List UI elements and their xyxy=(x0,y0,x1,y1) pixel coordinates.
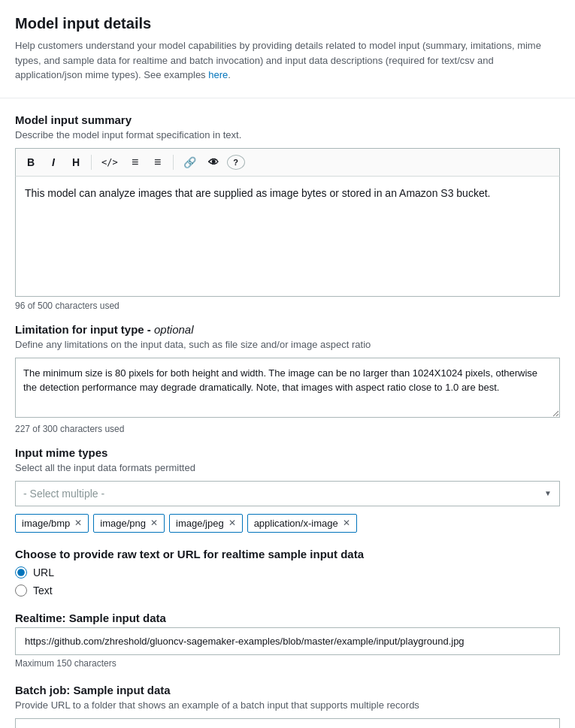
tag-application-x-image: application/x-image ✕ xyxy=(247,514,357,533)
remove-tag-image-bmp[interactable]: ✕ xyxy=(74,518,82,527)
batch-sample-value[interactable]: https://github.com/zhreshold/gluoncv-sag… xyxy=(15,718,560,729)
ordered-list-button[interactable]: ≡ xyxy=(149,153,167,171)
batch-sample-label: Batch job: Sample input data xyxy=(15,684,560,696)
remove-tag-application-x-image[interactable]: ✕ xyxy=(343,518,350,527)
limitation-section: Limitation for input type - optional Def… xyxy=(15,323,560,434)
mime-types-sublabel: Select all the input data formats permit… xyxy=(15,462,560,473)
realtime-sample-section: Realtime: Sample input data https://gith… xyxy=(15,612,560,669)
page-title: Model input details xyxy=(15,15,560,32)
page-container: Model input details Help customers under… xyxy=(0,0,575,728)
batch-sample-section: Batch job: Sample input data Provide URL… xyxy=(15,684,560,729)
radio-url-label[interactable]: URL xyxy=(15,566,560,578)
link-button[interactable]: 🔗 xyxy=(180,153,200,171)
mime-types-select[interactable]: - Select multiple - ▼ xyxy=(15,481,560,506)
page-description: Help customers understand your model cap… xyxy=(15,38,560,83)
radio-text-label[interactable]: Text xyxy=(15,585,560,597)
help-button[interactable]: ? xyxy=(227,155,245,170)
radio-url-text: URL xyxy=(33,566,54,578)
examples-link[interactable]: here xyxy=(208,69,228,80)
limitation-label: Limitation for input type - optional xyxy=(15,323,560,336)
bold-button[interactable]: B xyxy=(22,153,40,171)
chevron-down-icon: ▼ xyxy=(544,489,552,497)
limitation-sublabel: Define any limitations on the input data… xyxy=(15,339,560,350)
mime-types-tags: image/bmp ✕ image/png ✕ image/jpeg ✕ app… xyxy=(15,514,560,533)
toolbar-separator-2 xyxy=(173,155,174,170)
unordered-list-button[interactable]: ≡ xyxy=(126,153,144,171)
mime-types-placeholder: - Select multiple - xyxy=(23,488,104,500)
model-input-summary-sublabel: Describe the model input format specific… xyxy=(15,129,560,140)
realtime-sample-label: Realtime: Sample input data xyxy=(15,612,560,624)
limitation-char-count: 227 of 300 characters used xyxy=(15,424,560,434)
remove-tag-image-png[interactable]: ✕ xyxy=(150,518,158,527)
heading-button[interactable]: H xyxy=(67,153,85,171)
realtime-sample-max-chars: Maximum 150 characters xyxy=(15,658,560,669)
code-button[interactable]: </> xyxy=(98,153,122,171)
model-input-summary-section: Model input summary Describe the model i… xyxy=(15,113,560,311)
radio-group: URL Text xyxy=(15,566,560,597)
radio-text[interactable] xyxy=(15,585,27,597)
tag-image-bmp: image/bmp ✕ xyxy=(15,514,89,533)
editor-toolbar: B I H </> ≡ ≡ 🔗 👁 ? xyxy=(15,148,560,177)
model-input-summary-char-count: 96 of 500 characters used xyxy=(15,301,560,311)
italic-button[interactable]: I xyxy=(44,153,62,171)
realtime-sample-value[interactable]: https://github.com/zhreshold/gluoncv-sag… xyxy=(15,627,560,655)
tag-image-jpeg: image/jpeg ✕ xyxy=(169,514,243,533)
remove-tag-image-jpeg[interactable]: ✕ xyxy=(228,518,236,527)
limitation-textarea[interactable]: The minimum size is 80 pixels for both h… xyxy=(15,358,560,418)
preview-button[interactable]: 👁 xyxy=(204,153,222,171)
mime-types-label: Input mime types xyxy=(15,446,560,459)
toolbar-separator-1 xyxy=(91,155,92,170)
raw-text-label: Choose to provide raw text or URL for re… xyxy=(15,548,560,560)
batch-sample-sublabel: Provide URL to a folder that shows an ex… xyxy=(15,699,560,711)
section-divider xyxy=(0,98,575,98)
radio-url[interactable] xyxy=(15,566,27,578)
model-input-summary-editor[interactable]: This model can analyze images that are s… xyxy=(15,177,560,297)
raw-text-section: Choose to provide raw text or URL for re… xyxy=(15,548,560,597)
radio-text-text: Text xyxy=(33,585,53,597)
mime-types-section: Input mime types Select all the input da… xyxy=(15,446,560,533)
model-input-summary-label: Model input summary xyxy=(15,113,560,126)
tag-image-png: image/png ✕ xyxy=(93,514,165,533)
